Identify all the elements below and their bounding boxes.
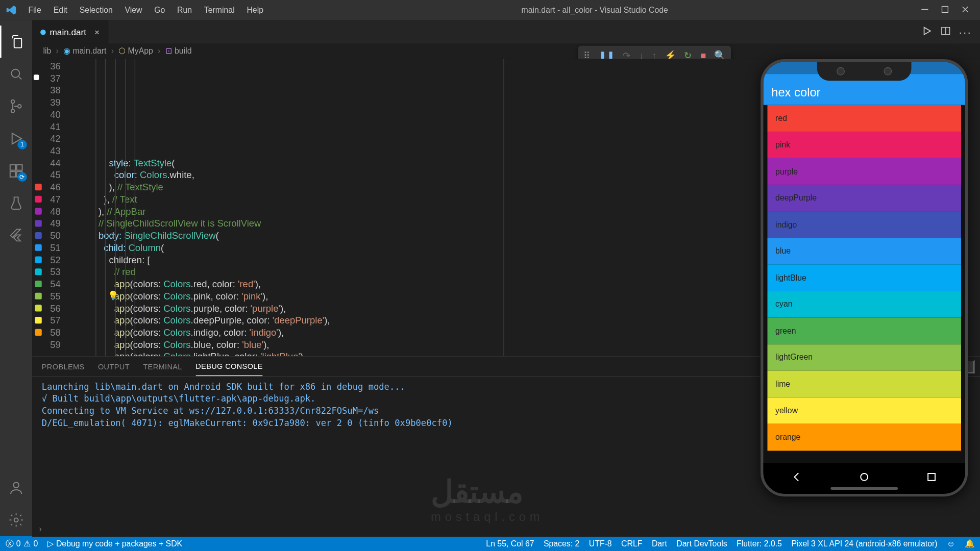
line-gutter: 3637383940414243444546474849505152535455… [32, 59, 72, 356]
status-bar: ⓧ 0 ⚠ 0 ▷ Debug my code + packages + SDK… [0, 536, 980, 551]
status-cursor[interactable]: Ln 55, Col 67 [486, 539, 534, 548]
color-row-orange[interactable]: orange [767, 424, 961, 450]
color-row-purple[interactable]: purple [767, 158, 961, 185]
color-row-deepPurple[interactable]: deepPurple [767, 185, 961, 211]
status-errors[interactable]: ⓧ 0 ⚠ 0 [6, 538, 38, 549]
color-list[interactable]: redpinkpurpledeepPurpleindigobluelightBl… [767, 105, 961, 459]
svg-rect-5 [10, 165, 16, 170]
source-control-icon[interactable] [0, 90, 32, 122]
svg-rect-0 [942, 6, 948, 12]
status-spaces[interactable]: Spaces: 2 [544, 539, 579, 548]
run-debug-icon[interactable]: 1 [0, 122, 32, 155]
maximize-icon[interactable] [941, 5, 949, 15]
home-indicator [830, 487, 898, 490]
menu-terminal[interactable]: Terminal [199, 3, 240, 17]
color-row-blue[interactable]: blue [767, 238, 961, 264]
testing-icon[interactable] [0, 187, 32, 219]
color-row-red[interactable]: red [767, 105, 961, 132]
explorer-icon[interactable] [0, 26, 32, 58]
nav-recent-icon[interactable] [925, 471, 938, 486]
breadcrumb-class[interactable]: MyApp [128, 46, 153, 56]
color-row-lime[interactable]: lime [767, 371, 961, 397]
panel-tab-problems[interactable]: PROBLEMS [42, 357, 85, 376]
status-eol[interactable]: CRLF [621, 539, 642, 548]
method-icon: ⊡ [165, 46, 172, 56]
svg-rect-6 [10, 171, 16, 177]
tab-main-dart[interactable]: main.dart × [32, 20, 108, 44]
android-emulator[interactable]: hex color redpinkpurpledeepPurpleindigob… [761, 59, 968, 496]
breadcrumb-method[interactable]: build [175, 46, 191, 56]
dart-file-icon [40, 29, 46, 35]
more-icon[interactable]: ··· [959, 26, 972, 38]
svg-rect-8 [17, 165, 22, 170]
status-device[interactable]: Pixel 3 XL API 24 (android-x86 emulator) [791, 539, 937, 548]
status-lang[interactable]: Dart [652, 539, 667, 548]
status-debug-config[interactable]: ▷ Debug my code + packages + SDK [47, 539, 182, 548]
nav-back-icon[interactable] [791, 471, 803, 486]
color-row-lightGreen[interactable]: lightGreen [767, 344, 961, 371]
vscode-logo-icon [6, 4, 18, 16]
tab-label: main.dart [50, 27, 86, 37]
menu-edit[interactable]: Edit [48, 3, 72, 17]
window-controls [921, 5, 969, 15]
breadcrumb-file[interactable]: main.dart [72, 46, 106, 56]
svg-point-4 [18, 105, 21, 108]
color-row-green[interactable]: green [767, 317, 961, 344]
panel-tab-terminal[interactable]: TERMINAL [143, 357, 182, 376]
breadcrumb-folder[interactable]: lib [43, 46, 51, 56]
main-menu: FileEditSelectionViewGoRunTerminalHelp [23, 3, 269, 17]
editor-tabs: main.dart × ··· [32, 20, 980, 44]
nav-home-icon[interactable] [858, 471, 870, 486]
minimize-icon[interactable] [921, 5, 929, 15]
lightbulb-icon[interactable]: 💡 [108, 290, 118, 302]
class-icon: ⬡ [118, 46, 125, 56]
breadcrumb[interactable]: lib › ◉ main.dart › ⬡ MyApp › ⊡ build [32, 44, 980, 59]
close-icon[interactable] [961, 5, 969, 15]
svg-point-1 [11, 69, 19, 78]
panel-tab-debug-console[interactable]: DEBUG CONSOLE [195, 357, 263, 376]
flutter-icon[interactable] [0, 219, 32, 252]
search-icon[interactable] [0, 58, 32, 90]
tab-close-icon[interactable]: × [94, 27, 100, 37]
menu-help[interactable]: Help [241, 3, 269, 17]
svg-point-2 [11, 100, 15, 104]
color-row-cyan[interactable]: cyan [767, 291, 961, 317]
split-editor-icon[interactable] [940, 25, 951, 38]
run-icon[interactable] [921, 25, 932, 38]
menu-selection[interactable]: Selection [74, 3, 118, 17]
extensions-icon[interactable]: ⟳ [0, 155, 32, 187]
status-devtools[interactable]: Dart DevTools [676, 539, 727, 548]
svg-point-12 [861, 473, 868, 481]
activity-bar: 1 ⟳ [0, 20, 32, 536]
svg-rect-13 [928, 473, 935, 481]
svg-point-10 [14, 518, 18, 522]
account-icon[interactable] [0, 471, 32, 504]
color-row-pink[interactable]: pink [767, 132, 961, 158]
menu-go[interactable]: Go [149, 3, 170, 17]
status-bell-icon[interactable]: 🔔 [965, 539, 975, 548]
app-title: hex color [771, 85, 820, 99]
status-feedback-icon[interactable]: ☺ [947, 539, 955, 548]
title-bar: FileEditSelectionViewGoRunTerminalHelp m… [0, 0, 980, 20]
window-title: main.dart - all_color - Visual Studio Co… [269, 6, 921, 15]
dart-icon: ◉ [63, 46, 70, 56]
menu-view[interactable]: View [119, 3, 148, 17]
color-row-indigo[interactable]: indigo [767, 211, 961, 238]
status-flutter[interactable]: Flutter: 2.0.5 [737, 539, 782, 548]
svg-point-9 [13, 482, 19, 488]
color-row-yellow[interactable]: yellow [767, 397, 961, 424]
panel-tab-output[interactable]: OUTPUT [98, 357, 130, 376]
svg-point-3 [11, 109, 15, 113]
console-prompt-chevron-icon[interactable]: › [32, 524, 980, 536]
extensions-badge: ⟳ [17, 172, 27, 182]
menu-file[interactable]: File [23, 3, 47, 17]
settings-gear-icon[interactable] [0, 504, 32, 536]
phone-notch [817, 62, 912, 81]
status-encoding[interactable]: UTF-8 [589, 539, 612, 548]
debug-badge: 1 [17, 140, 27, 149]
color-row-lightBlue[interactable]: lightBlue [767, 264, 961, 291]
menu-run[interactable]: Run [172, 3, 198, 17]
